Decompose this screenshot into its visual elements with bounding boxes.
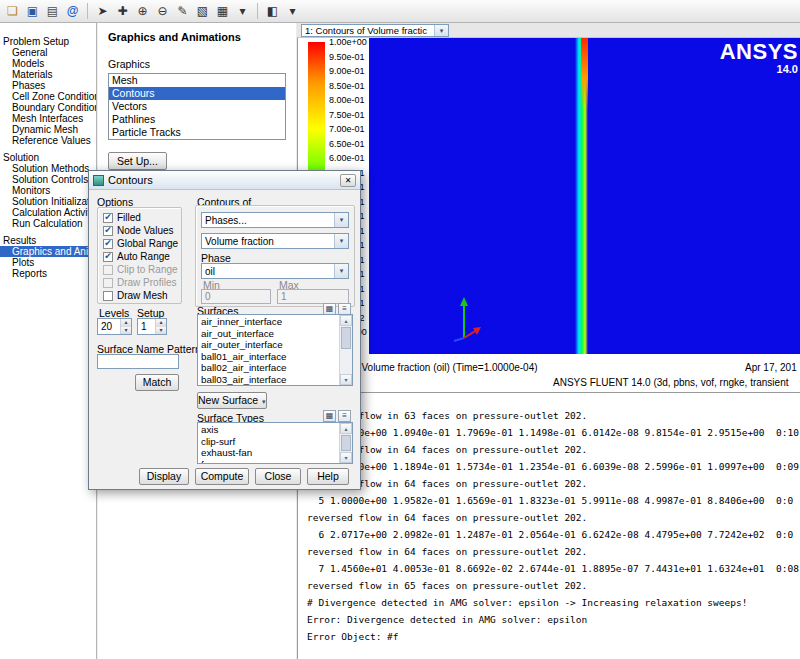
option-checkbox[interactable]: Draw Profiles	[98, 276, 181, 289]
save-icon[interactable]: ▣	[23, 2, 42, 20]
tree-item[interactable]: Solution Controls	[0, 174, 96, 185]
views-dropdown-icon[interactable]: ▾	[233, 2, 252, 20]
list-item[interactable]: air_inner_interface	[198, 316, 338, 328]
help-button[interactable]: Help	[307, 468, 349, 485]
tree-item[interactable]: Cell Zone Conditions	[0, 91, 96, 102]
list-item[interactable]: fan	[198, 459, 338, 465]
tree-item[interactable]: Dynamic Mesh	[0, 124, 96, 135]
list-item[interactable]: Mesh	[109, 74, 285, 87]
tree-item[interactable]: Plots	[0, 257, 96, 268]
tree-item[interactable]: Solution	[0, 152, 96, 163]
contour-field[interactable]: ANSYS 14.0	[369, 38, 800, 354]
page-title: Graphics and Animations	[108, 31, 286, 43]
contours-of-subfield-select[interactable]: Volume fraction	[201, 233, 349, 249]
tree-item[interactable]: General	[0, 47, 96, 58]
pan-icon[interactable]: ✚	[113, 2, 132, 20]
surface-types-grid-icon[interactable]	[323, 410, 336, 422]
list-item[interactable]: exhaust-fan	[198, 447, 338, 459]
chevron-down-icon[interactable]	[121, 327, 131, 335]
palette-icon[interactable]: ◧	[263, 2, 282, 20]
list-item[interactable]: ball03_air_interface	[198, 374, 338, 386]
match-button[interactable]: Match	[135, 374, 179, 391]
option-checkbox[interactable]: Auto Range	[98, 250, 181, 263]
tree-item[interactable]: Models	[0, 58, 96, 69]
list-item[interactable]: clip-surf	[198, 436, 338, 448]
tree-item[interactable]: Materials	[0, 69, 96, 80]
option-checkbox[interactable]: Global Range	[98, 237, 181, 250]
chevron-up-icon[interactable]	[156, 319, 166, 327]
close-button[interactable]: Close	[255, 468, 301, 485]
print-icon[interactable]: ▤	[43, 2, 62, 20]
select-region-icon[interactable]: ▧	[193, 2, 212, 20]
scrollbar-thumb[interactable]	[341, 435, 351, 451]
caption-solver: ANSYS FLUENT 14.0 (3d, pbns, vof, rngke,…	[553, 377, 788, 388]
surface-types-list[interactable]: axisclip-surfexhaust-fanfan	[197, 422, 353, 464]
chevron-down-icon[interactable]	[156, 327, 166, 335]
stepper-arrows	[155, 319, 166, 334]
contours-dialog-titlebar[interactable]: Contours ✕	[89, 171, 360, 190]
tree-item[interactable]: Mesh Interfaces	[0, 113, 96, 124]
list-item[interactable]: ball01_air_interface	[198, 351, 338, 363]
tree-item[interactable]: Reports	[0, 268, 96, 279]
chevron-up-icon[interactable]	[121, 319, 131, 327]
tree-item[interactable]: Graphics and Animations	[0, 246, 96, 257]
list-item[interactable]: Contours	[109, 87, 285, 100]
probe-pencil-icon[interactable]: ✎	[173, 2, 192, 20]
surfaces-list[interactable]: air_inner_interfaceair_out_interfaceair_…	[197, 314, 353, 386]
setup-stepper[interactable]: 1	[137, 318, 167, 335]
set-up-button[interactable]: Set Up...	[108, 152, 167, 170]
surface-types-list-icon[interactable]	[338, 410, 351, 422]
list-item[interactable]: air_outer_interface	[198, 339, 338, 351]
tree-item[interactable]: Calculation Activities	[0, 207, 96, 218]
phase-select[interactable]: oil	[201, 263, 349, 279]
chevron-down-icon	[262, 398, 266, 405]
graphics-window-toolbar: 1: Contours of Volume fractic	[297, 23, 800, 38]
graphics-list[interactable]: Mesh Contours Vectors Pathlines Particle…	[108, 73, 286, 140]
grid-display-icon[interactable]: ▦	[213, 2, 232, 20]
tree-item[interactable]: Solution Initialization	[0, 196, 96, 207]
scrollbar-thumb[interactable]	[341, 327, 351, 349]
option-checkbox[interactable]: Draw Mesh	[98, 289, 181, 302]
chevron-down-icon[interactable]: ▾	[283, 2, 302, 20]
console-output[interactable]: reversed flow in 63 faces on pressure-ou…	[297, 392, 800, 659]
open-folder-icon[interactable]: ❏	[3, 2, 22, 20]
option-checkbox[interactable]: Clip to Range	[98, 263, 181, 276]
list-item[interactable]: ball02_air_interface	[198, 362, 338, 374]
new-surface-button[interactable]: New Surface	[197, 392, 267, 409]
compute-button[interactable]: Compute	[195, 468, 249, 485]
graphics-window-selector[interactable]: 1: Contours of Volume fractic	[301, 24, 449, 37]
tree-item[interactable]: Problem Setup	[0, 36, 96, 47]
display-button[interactable]: Display	[139, 468, 189, 485]
tree-item[interactable]: Solution Methods	[0, 163, 96, 174]
tree-item[interactable]: Phases	[0, 80, 96, 91]
chevron-up-icon[interactable]	[340, 423, 352, 434]
chevron-down-icon[interactable]	[340, 452, 352, 463]
tree-item[interactable]: Boundary Conditions	[0, 102, 96, 113]
option-checkbox[interactable]: Filled	[98, 211, 181, 224]
tree-item[interactable]: Reference Values	[0, 135, 96, 146]
console-line: Error: Divergence detected in AMG solver…	[307, 611, 800, 628]
tree-item[interactable]: Results	[0, 235, 96, 246]
levels-stepper[interactable]: 20	[97, 318, 132, 335]
zoom-in-icon[interactable]: ⊕	[133, 2, 152, 20]
select-pointer-icon[interactable]: ➤	[93, 2, 112, 20]
view-report-icon[interactable]: @	[63, 2, 82, 20]
surfaces-scrollbar[interactable]	[339, 315, 352, 385]
option-checkbox[interactable]: Node Values	[98, 224, 181, 237]
zoom-out-icon[interactable]: ⊖	[153, 2, 172, 20]
list-item[interactable]: Particle Tracks	[109, 126, 285, 139]
surface-name-pattern-input[interactable]	[97, 354, 179, 369]
list-item[interactable]: air_out_interface	[198, 328, 338, 340]
tree-item[interactable]: Run Calculation	[0, 218, 96, 229]
graphics-viewport[interactable]: ANSYS 14.0 1.00e+009.50e-019.00e-018.50e…	[297, 38, 800, 392]
tree-item[interactable]: Monitors	[0, 185, 96, 196]
surface-types-scrollbar[interactable]	[339, 423, 352, 463]
list-item[interactable]: Pathlines	[109, 113, 285, 126]
list-item[interactable]: Vectors	[109, 100, 285, 113]
chevron-up-icon[interactable]	[340, 315, 352, 326]
list-item[interactable]: axis	[198, 424, 338, 436]
close-icon[interactable]: ✕	[340, 174, 356, 187]
chevron-down-icon[interactable]	[340, 374, 352, 385]
contours-of-subfield-value: Volume fraction	[202, 236, 334, 247]
contours-of-field-select[interactable]: Phases...	[201, 212, 349, 228]
